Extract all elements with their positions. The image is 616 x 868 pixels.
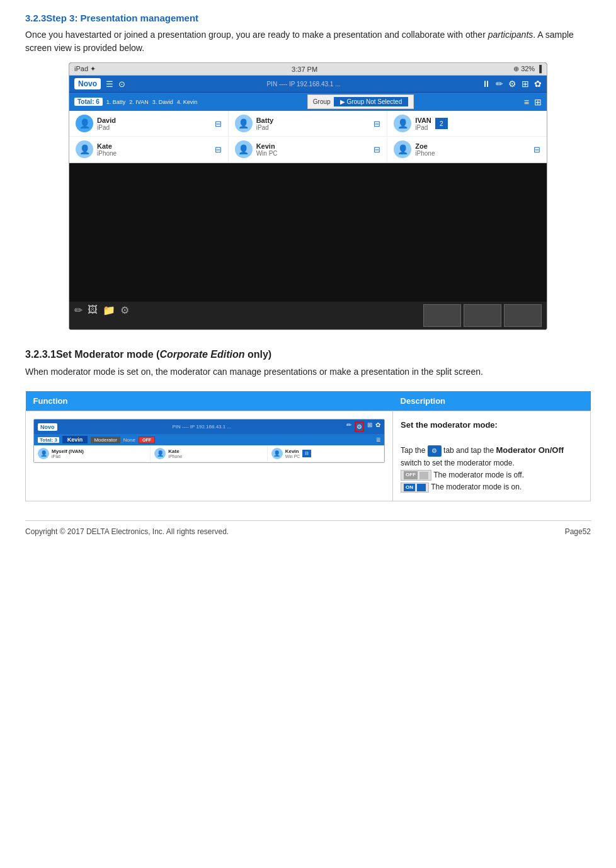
mini-settings-icon[interactable]: ⚙	[355, 421, 364, 432]
participant-name-zoe: Zoe	[415, 142, 435, 150]
mini-info-myself: Myself (IVAN) iPad	[52, 448, 84, 459]
participant-info-kevin: Kevin Win PC	[256, 142, 278, 157]
screenshot-navbar: Novo ☰ ⊙ PIN ---- IP 192.168.43.1 ... ⏸ …	[69, 76, 547, 93]
main-screenshot: iPad ✦ 3:37 PM ⊕ 32% ▐ Novo ☰ ⊙ PIN ----…	[69, 62, 547, 330]
bottom-image-icon[interactable]: 🖼	[88, 304, 98, 327]
participant-cell-zoe: 👤 Zoe iPhone ⊟	[387, 137, 547, 163]
mini-star-icon[interactable]: ✿	[375, 421, 380, 432]
desc-bold-title: Set the moderator mode:	[401, 420, 498, 430]
participant-cell-ivan: 👤 IVAN iPad 2	[387, 111, 547, 137]
screenshot-bottom-bar: ✏ 🖼 📁 ⚙	[69, 302, 547, 329]
section-title: 3.2.3Step 3: Presentation management	[25, 13, 591, 23]
avatar-zoe: 👤	[394, 140, 411, 158]
mini-participant-grid: 👤 Myself (IVAN) iPad 👤 Kate iPhone	[34, 445, 384, 462]
avatar-batty: 👤	[235, 115, 253, 132]
intro-italic: participants	[488, 30, 533, 40]
mini-edit-icon[interactable]: ✏	[346, 421, 351, 432]
mini-name-kevin2: Kevin	[285, 448, 300, 454]
participant-name-kevin: Kevin	[256, 142, 278, 150]
bottom-pencil-icon[interactable]: ✏	[74, 304, 83, 327]
mini-device-myself: iPad	[52, 454, 84, 459]
nav-edit-icon[interactable]: ✏	[496, 79, 503, 89]
topbar-left: iPad ✦	[74, 65, 96, 73]
cast-icon-batty: ⊟	[374, 119, 380, 128]
subsection-title: 3.2.3.1Set Moderator mode (Corporate Edi…	[25, 349, 591, 360]
nav-settings-icon[interactable]: ⚙	[508, 79, 516, 89]
cast-icon-zoe: ⊟	[533, 145, 540, 154]
subsection-description: When moderator mode is set on, the moder…	[25, 365, 591, 379]
participant-info-kate: Kate iPhone	[97, 142, 117, 157]
mini-cell-myself: 👤 Myself (IVAN) iPad	[34, 445, 151, 462]
desc-line1: Tap the	[401, 446, 428, 455]
mini-list-icon[interactable]: ≡	[376, 435, 380, 444]
mini-device-kevin2: Win PC	[285, 454, 300, 459]
novo-logo: Novo	[74, 78, 101, 89]
thumbnail-1	[423, 304, 461, 327]
bottom-settings2-icon[interactable]: ⚙	[120, 304, 129, 327]
mini-name-kate2: Kate	[168, 448, 182, 454]
avatar-ivan: 👤	[394, 115, 411, 132]
mini-navbar: Novo PIN ---- IP 192.168.43.1 ... ✏ ⚙ ⊞ …	[34, 420, 384, 434]
desc-icon-btn[interactable]: ⚙	[428, 445, 442, 457]
desc-line3: switch to set the moderator mode.	[401, 459, 515, 467]
description-content: Set the moderator mode: Tap the ⚙ tab an…	[401, 419, 583, 493]
subsection-title-prefix: 3.2.3.1	[25, 349, 56, 360]
group-section: Group ▶ Group Not Selected	[307, 94, 414, 109]
participant-cell-david: 👤 David iPad ⊟	[69, 111, 229, 137]
topbar-center: 3:37 PM	[292, 66, 317, 73]
intro-paragraph: Once you havestarted or joined a present…	[25, 28, 591, 55]
switch-off: OFF	[401, 470, 431, 481]
mini-avatar-kevin2: 👤	[271, 448, 283, 459]
col-function: Function	[26, 391, 393, 411]
screenshot-topbar: iPad ✦ 3:37 PM ⊕ 32% ▐	[69, 63, 547, 76]
mini-cell-kate: 👤 Kate iPhone	[151, 445, 267, 462]
participant-list-item-2: 2. IVAN	[129, 99, 148, 105]
nav-star-icon[interactable]: ✿	[534, 79, 542, 89]
intro-text1: Once you havestarted or joined a present…	[25, 30, 488, 40]
switch-on-label: ON	[404, 484, 415, 492]
desc-off-text: The moderator mode is off.	[433, 471, 524, 479]
participant-cell-kate: 👤 Kate iPhone ⊟	[69, 137, 229, 163]
cast-icon-kate: ⊟	[215, 145, 222, 154]
participant-list-item-4: 4. Kevin	[177, 99, 198, 105]
subbar-list-icon[interactable]: ≡	[524, 97, 529, 107]
footer-page: Page52	[565, 527, 591, 536]
participant-device-kevin: Win PC	[256, 150, 278, 157]
mini-cast-active-kevin2: ⊟	[302, 450, 311, 457]
nav-icon-menu[interactable]: ☰	[106, 79, 113, 89]
thumbnail-2	[464, 304, 501, 327]
desc-bold2: Moderator On/Off	[496, 445, 564, 455]
nav-grid-icon[interactable]: ⊞	[522, 79, 529, 89]
cast-icon-david: ⊟	[215, 119, 222, 128]
participant-info-ivan: IVAN iPad	[415, 117, 431, 131]
participant-name-ivan: IVAN	[415, 117, 431, 124]
nav-pin-text: PIN ---- IP 192.168.43.1 ...	[130, 81, 477, 88]
mini-avatar-myself: 👤	[38, 448, 49, 459]
mini-grid-icon[interactable]: ⊞	[367, 421, 372, 432]
group-not-selected[interactable]: ▶ Group Not Selected	[334, 97, 409, 106]
subbar-grid-icon[interactable]: ⊞	[534, 97, 542, 107]
mini-total-badge: Total: 3	[38, 437, 59, 443]
switch-off-label: OFF	[404, 471, 418, 479]
participant-list-item-1: 1. Batty	[106, 99, 126, 105]
total-badge: Total: 6	[74, 98, 103, 106]
bottom-folder-icon[interactable]: 📁	[103, 304, 115, 327]
mini-off-switch[interactable]: OFF	[139, 437, 155, 443]
switch-off-knob	[419, 472, 428, 479]
mini-pin-text: PIN ---- IP 192.168.43.1 ...	[60, 424, 344, 430]
participant-device-kate: iPhone	[97, 150, 117, 157]
nav-pause-icon[interactable]: ⏸	[482, 79, 491, 89]
participant-device-ivan: iPad	[415, 124, 431, 131]
subsection-title-end: only)	[245, 349, 272, 360]
mini-subbar: Total: 3 Kevin Moderator None OFF ≡	[34, 434, 384, 445]
avatar-david: 👤	[76, 115, 93, 132]
cast-active-ivan: 2	[435, 118, 448, 129]
nav-icon-search[interactable]: ⊙	[118, 79, 125, 89]
mini-name-myself: Myself (IVAN)	[52, 448, 84, 454]
description-cell: Set the moderator mode: Tap the ⚙ tab an…	[393, 411, 591, 501]
mini-none-label: None	[123, 437, 135, 443]
screenshot-subbar: Total: 6 1. Batty 2. IVAN 3. David 4. Ke…	[69, 93, 547, 111]
mini-nav-icons: ✏ ⚙ ⊞ ✿	[346, 421, 380, 432]
switch-on: ON	[401, 483, 429, 493]
participant-list-small: 1. Batty 2. IVAN 3. David 4. Kevin	[106, 99, 197, 105]
